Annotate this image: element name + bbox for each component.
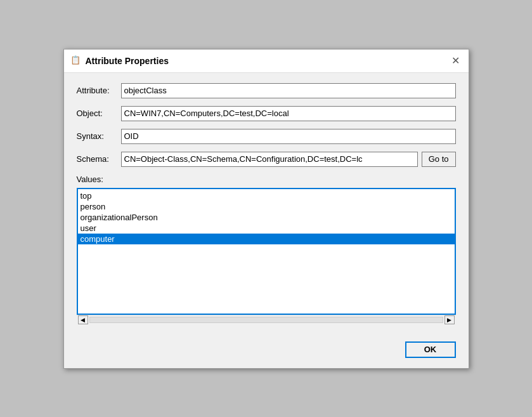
attribute-properties-dialog: 📋 Attribute Properties ✕ Attribute: Obje… (63, 49, 469, 369)
syntax-row: Syntax: (77, 129, 456, 144)
values-label: Values: (77, 175, 456, 184)
dialog-icon: 📋 (70, 55, 82, 67)
title-bar: 📋 Attribute Properties ✕ (64, 50, 469, 73)
horizontal-scrollbar: ◀ ▶ (77, 315, 456, 325)
list-item[interactable]: top (78, 190, 455, 201)
schema-input[interactable] (121, 152, 418, 167)
syntax-label: Syntax: (77, 131, 121, 141)
attribute-row: Attribute: (77, 83, 456, 98)
attribute-label: Attribute: (77, 86, 121, 95)
attribute-input[interactable] (121, 83, 456, 98)
values-list[interactable]: top person organizationalPerson user com… (78, 189, 455, 314)
list-item[interactable]: organizationalPerson (78, 212, 455, 223)
scroll-left-button[interactable]: ◀ (78, 315, 88, 324)
scroll-right-button[interactable]: ▶ (444, 315, 455, 324)
dialog-title: Attribute Properties (86, 56, 169, 66)
dialog-body: Attribute: Object: Syntax: Schema: Go to… (64, 73, 469, 335)
schema-input-row: Go to (121, 152, 456, 167)
syntax-input[interactable] (121, 129, 456, 144)
list-item[interactable]: user (78, 223, 455, 234)
scroll-track[interactable] (89, 317, 443, 323)
schema-row: Schema: Go to (77, 152, 456, 167)
schema-label: Schema: (77, 154, 121, 164)
list-item-selected[interactable]: computer (78, 234, 455, 244)
object-row: Object: (77, 106, 456, 121)
dialog-footer: OK (64, 335, 469, 368)
object-input[interactable] (121, 106, 456, 121)
list-item[interactable]: person (78, 201, 455, 212)
object-label: Object: (77, 109, 121, 118)
goto-button[interactable]: Go to (422, 152, 456, 167)
values-container: top person organizationalPerson user com… (77, 188, 456, 315)
title-bar-left: 📋 Attribute Properties (70, 55, 169, 67)
ok-button[interactable]: OK (405, 341, 456, 358)
close-button[interactable]: ✕ (450, 55, 462, 67)
